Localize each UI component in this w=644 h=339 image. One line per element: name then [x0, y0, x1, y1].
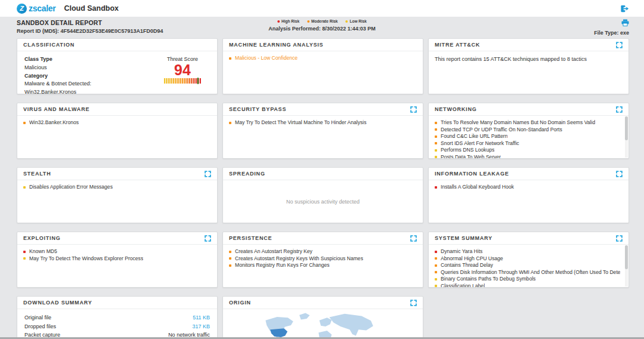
threat-score-gauge	[164, 78, 201, 84]
card-title: EXPLOITING	[23, 235, 61, 241]
low-risk-dot-icon	[435, 156, 437, 158]
list-item: Posts Data To Web Server	[435, 154, 620, 159]
card-title: DOWNLOAD SUMMARY	[23, 300, 92, 306]
card-persistence: PERSISTENCE Creates An Autostart Registr…	[222, 232, 423, 288]
zscaler-wordmark: zscaler	[29, 4, 55, 13]
dropped-files-size-link[interactable]: 317 KB	[192, 322, 210, 331]
card-stealth: STEALTH Disables Application Error Messa…	[17, 167, 218, 223]
gauge-marker	[197, 78, 199, 84]
high-risk-dot-icon	[435, 186, 437, 189]
moderate-risk-dot-icon	[435, 135, 437, 138]
moderate-risk-dot-icon	[435, 264, 437, 267]
card-spreading: SPREADING No suspicious activity detecte…	[222, 167, 423, 223]
card-origin: ORIGIN	[222, 296, 423, 339]
card-machine-learning-analysis: MACHINE LEARNING ANALYSIS Malicious - Lo…	[222, 38, 423, 94]
zscaler-logo[interactable]: Z zscaler	[17, 4, 55, 14]
expand-icon[interactable]	[616, 42, 623, 48]
card-title: SECURITY BYPASS	[229, 106, 286, 112]
topbar: Z zscaler Cloud Sandbox	[0, 0, 644, 17]
list-item: Classification Label	[435, 283, 620, 288]
world-map	[254, 311, 392, 339]
expand-icon[interactable]	[410, 300, 417, 306]
list-item: Detected TCP Or UDP Traffic On Non-Stand…	[435, 127, 620, 134]
map-region-usa[interactable]	[270, 328, 287, 337]
list-item: Known MD5	[23, 248, 211, 255]
card-title: STEALTH	[23, 171, 51, 177]
legend-moderate-risk: Moderate Risk	[307, 19, 338, 23]
list-item: Found C&C Like URL Pattern	[435, 133, 620, 140]
moderate-risk-dot-icon	[307, 20, 309, 23]
card-title: NETWORKING	[435, 106, 477, 112]
cards-grid: CLASSIFICATION Class Type Malicious Cate…	[17, 38, 629, 339]
list-item: Creates Autostart Registry Keys With Sus…	[229, 255, 417, 263]
analysis-performed: Analysis Performed: 8/30/2022 1:44:03 PM	[268, 26, 376, 32]
moderate-risk-dot-icon	[229, 257, 231, 260]
moderate-risk-dot-icon	[435, 128, 437, 131]
report-header: SANDBOX DETAIL REPORT Report ID (MD5): 4…	[0, 17, 644, 35]
list-item: Win32.Banker.Kronos	[23, 119, 211, 127]
malware-name: Win32.Banker.Kronos	[24, 88, 91, 94]
expand-icon[interactable]	[205, 235, 211, 242]
list-item: Malicious - Low Confidence	[229, 55, 417, 62]
list-item: Dynamic Yara Hits	[435, 248, 620, 255]
list-item: Creates An Autostart Registry Key	[229, 248, 417, 255]
low-risk-dot-icon	[23, 186, 26, 189]
list-item: Disables Application Error Messages	[23, 184, 211, 191]
expand-icon[interactable]	[616, 106, 623, 113]
report-id: Report ID (MD5): 4F544E2D32F53E49E0C5791…	[17, 28, 163, 34]
category-label: Category	[24, 72, 91, 81]
expand-icon[interactable]	[616, 171, 623, 177]
list-item: Queries Disk Information Through WMI And…	[435, 269, 620, 276]
moderate-risk-dot-icon	[229, 57, 231, 60]
high-risk-dot-icon	[435, 251, 437, 253]
low-risk-dot-icon	[435, 285, 437, 287]
moderate-risk-dot-icon	[229, 264, 231, 267]
logout-icon[interactable]	[620, 4, 629, 13]
card-title: INFORMATION LEAKAGE	[435, 171, 509, 177]
card-security-bypass: SECURITY BYPASS May Try To Detect The Vi…	[222, 103, 423, 159]
list-item: Installs A Global Keyboard Hook	[435, 184, 623, 191]
list-item: Snort IDS Alert For Network Traffic	[435, 140, 620, 147]
card-networking: NETWORKING Tries To Resolve Many Domain …	[428, 103, 629, 159]
low-risk-dot-icon	[345, 20, 348, 23]
print-icon[interactable]	[621, 19, 629, 26]
list-item: Performs DNS Lookups	[435, 147, 620, 154]
low-risk-dot-icon	[435, 149, 437, 152]
expand-icon[interactable]	[616, 235, 623, 242]
high-risk-dot-icon	[277, 20, 280, 23]
card-title: MITRE ATT&CK	[435, 42, 480, 48]
moderate-risk-dot-icon	[435, 142, 437, 144]
product-title: Cloud Sandbox	[64, 4, 119, 13]
card-scrollbar[interactable]	[625, 245, 628, 286]
card-title: ORIGIN	[229, 300, 251, 306]
download-row-dropped-files: Dropped files 317 KB	[24, 322, 210, 331]
card-title: MACHINE LEARNING ANALYSIS	[229, 42, 323, 48]
list-item: Contains Thread Delay	[435, 262, 620, 269]
moderate-risk-dot-icon	[229, 251, 231, 253]
expand-icon[interactable]	[205, 171, 211, 177]
file-type: File Type: exe	[594, 30, 629, 36]
risk-legend: High Risk Moderate Risk Low Risk	[268, 19, 376, 23]
original-file-size-link[interactable]: 511 KB	[193, 313, 210, 322]
card-scrollbar[interactable]	[625, 116, 628, 158]
list-item: Binary Contains Paths To Debug Symbols	[435, 276, 620, 283]
mitre-summary: This report contains 15 ATT&CK technique…	[435, 55, 623, 62]
card-mitre-attack: MITRE ATT&CK This report contains 15 ATT…	[428, 38, 629, 94]
high-risk-dot-icon	[23, 251, 26, 253]
zscaler-logo-icon: Z	[17, 4, 27, 14]
card-title: CLASSIFICATION	[23, 42, 75, 48]
card-information-leakage: INFORMATION LEAKAGE Installs A Global Ke…	[428, 167, 629, 223]
threat-score-box: Threat Score 94	[155, 56, 210, 94]
low-risk-dot-icon	[435, 278, 437, 281]
cloud-sandbox-report-page: Z zscaler Cloud Sandbox SANDBOX DETAIL R…	[0, 0, 644, 339]
moderate-risk-dot-icon	[23, 122, 26, 124]
expand-icon[interactable]	[410, 235, 417, 242]
card-title: SYSTEM SUMMARY	[435, 235, 493, 241]
expand-icon[interactable]	[410, 106, 417, 113]
moderate-risk-dot-icon	[435, 257, 437, 260]
class-type-label: Class Type	[24, 56, 91, 64]
list-item: May Try To Detect The Virtual Machine To…	[229, 119, 417, 127]
card-download-summary: DOWNLOAD SUMMARY Original file 511 KB Dr…	[17, 296, 218, 339]
report-title: SANDBOX DETAIL REPORT	[17, 19, 163, 26]
moderate-risk-dot-icon	[435, 271, 437, 273]
